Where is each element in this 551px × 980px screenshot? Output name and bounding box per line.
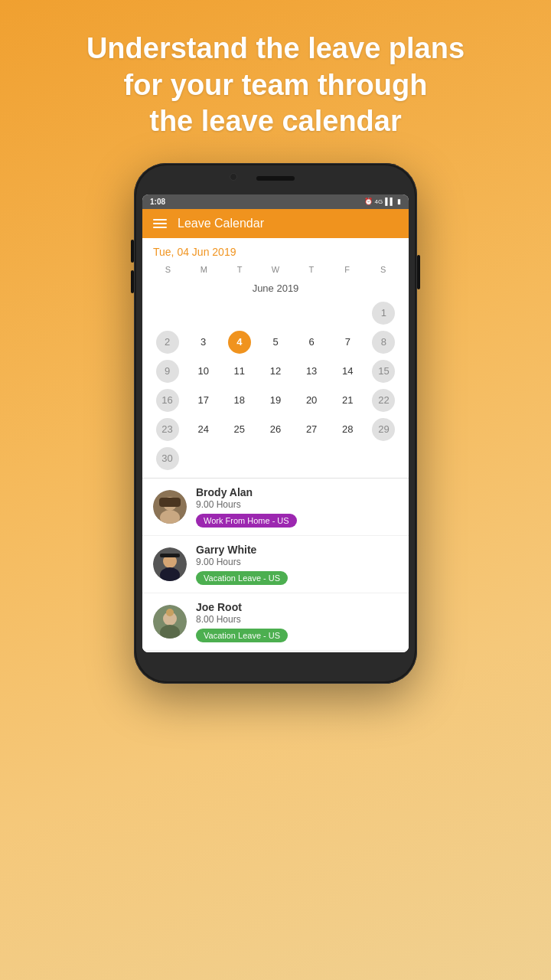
day-header: W: [258, 263, 294, 276]
signal-4g: 4G: [375, 198, 383, 205]
calendar-day[interactable]: 13: [295, 358, 329, 384]
vol-up-button: [131, 240, 134, 263]
calendar-week: 16171819202122: [150, 387, 401, 413]
hamburger-line1: [153, 219, 167, 220]
phone-mockup: 1:08 ⏰ 4G ▌▌ ▮ Leave Calendar T: [134, 163, 417, 684]
hamburger-menu[interactable]: [153, 219, 167, 228]
leave-info: Joe Root8.00 HoursVacation Leave - US: [196, 601, 398, 642]
calendar-day[interactable]: 12: [258, 358, 292, 384]
calendar-day[interactable]: 4: [228, 331, 251, 354]
calendar-day[interactable]: 5: [258, 329, 292, 355]
leave-item[interactable]: Brody Alan9.00 HoursWork From Home - US: [142, 479, 409, 536]
svg-point-11: [166, 609, 174, 616]
calendar-day: [258, 300, 292, 326]
battery-icon: ▮: [397, 198, 401, 205]
calendar-day: [222, 300, 256, 326]
signal-bars: ▌▌: [385, 198, 395, 205]
headline-text: Understand the leave plans for your team…: [41, 0, 510, 163]
calendar-weeks: 1234567891011121314151617181920212223242…: [150, 300, 401, 472]
calendar-day: [186, 300, 220, 326]
headline-line1: Understand the leave plans: [86, 32, 465, 64]
status-time: 1:08: [150, 198, 165, 206]
phone-body: 1:08 ⏰ 4G ▌▌ ▮ Leave Calendar T: [136, 165, 415, 681]
calendar-day: [331, 446, 365, 472]
headline-line3: the leave calendar: [149, 105, 402, 137]
phone-screen: 1:08 ⏰ 4G ▌▌ ▮ Leave Calendar T: [142, 194, 409, 652]
calendar-day[interactable]: 28: [331, 416, 365, 443]
day-header: T: [222, 263, 258, 276]
power-button: [417, 255, 420, 289]
leave-item[interactable]: Garry White9.00 HoursVacation Leave - US: [142, 536, 409, 593]
avatar: [153, 605, 187, 639]
leave-hours: 8.00 Hours: [196, 614, 398, 625]
app-bar-title: Leave Calendar: [178, 217, 264, 230]
day-headers: SMTWTFS: [150, 263, 401, 276]
day-header: S: [365, 263, 401, 276]
calendar-day[interactable]: 8: [372, 331, 395, 354]
calendar-day[interactable]: 9: [156, 360, 179, 383]
calendar-day[interactable]: 6: [295, 329, 329, 355]
calendar-day[interactable]: 22: [372, 389, 395, 412]
day-header: M: [186, 263, 222, 276]
calendar-grid: SMTWTFS June 2019 1234567891011121314151…: [142, 263, 409, 478]
calendar-day[interactable]: 2: [156, 331, 179, 354]
calendar-day[interactable]: 29: [372, 418, 395, 441]
calendar-week: 1: [150, 300, 401, 326]
calendar-day[interactable]: 14: [331, 358, 365, 384]
leave-hours: 9.00 Hours: [196, 557, 398, 567]
avatar: [153, 490, 187, 524]
month-label: June 2019: [150, 279, 401, 300]
calendar-day: [150, 300, 184, 326]
phone-camera: [230, 173, 237, 181]
leave-name: Brody Alan: [196, 486, 398, 498]
leave-type-badge: Vacation Leave - US: [196, 571, 288, 585]
hamburger-line2: [153, 223, 167, 224]
calendar-week: 30: [150, 446, 401, 472]
leave-info: Garry White9.00 HoursVacation Leave - US: [196, 544, 398, 585]
calendar-container[interactable]: Tue, 04 Jun 2019 SMTWTFS June 2019 12345…: [142, 238, 409, 652]
calendar-day[interactable]: 10: [186, 358, 220, 384]
day-header: F: [329, 263, 365, 276]
calendar-day: [295, 446, 329, 472]
hamburger-line3: [153, 227, 167, 228]
phone-speaker: [256, 176, 295, 181]
calendar-day[interactable]: 21: [331, 387, 365, 413]
calendar-day[interactable]: 7: [331, 329, 365, 355]
leave-item[interactable]: Joe Root8.00 HoursVacation Leave - US: [142, 593, 409, 651]
headline-line2: for your team through: [124, 69, 428, 101]
calendar-day[interactable]: 27: [295, 416, 329, 443]
calendar-day[interactable]: 23: [156, 418, 179, 441]
calendar-day[interactable]: 3: [186, 329, 220, 355]
vol-down-button: [131, 270, 134, 293]
calendar-day: [295, 300, 329, 326]
calendar-day[interactable]: 24: [186, 416, 220, 443]
calendar-week: 9101112131415: [150, 358, 401, 384]
selected-date: Tue, 04 Jun 2019: [142, 238, 409, 263]
app-bar: Leave Calendar: [142, 209, 409, 238]
avatar: [153, 547, 187, 581]
calendar-day[interactable]: 26: [258, 416, 292, 443]
calendar-day[interactable]: 25: [222, 416, 256, 443]
calendar-day[interactable]: 19: [258, 387, 292, 413]
day-header: S: [150, 263, 186, 276]
calendar-day[interactable]: 18: [222, 387, 256, 413]
day-header: T: [293, 263, 329, 276]
status-icons: ⏰ 4G ▌▌ ▮: [364, 198, 401, 205]
calendar-day[interactable]: 11: [222, 358, 256, 384]
calendar-day[interactable]: 15: [372, 360, 395, 383]
calendar-day[interactable]: 20: [295, 387, 329, 413]
leave-list: Brody Alan9.00 HoursWork From Home - US …: [142, 478, 409, 651]
leave-name: Joe Root: [196, 601, 398, 613]
calendar-day[interactable]: 16: [156, 389, 179, 412]
calendar-day[interactable]: 17: [186, 387, 220, 413]
calendar-week: 23242526272829: [150, 416, 401, 443]
calendar-day[interactable]: 1: [372, 302, 395, 325]
svg-rect-3: [159, 498, 181, 507]
calendar-day: [258, 446, 292, 472]
leave-type-badge: Work From Home - US: [196, 514, 297, 528]
calendar-day: [367, 446, 401, 472]
leave-type-badge: Vacation Leave - US: [196, 629, 288, 642]
status-bar: 1:08 ⏰ 4G ▌▌ ▮: [142, 194, 409, 209]
leave-name: Garry White: [196, 544, 398, 556]
calendar-day[interactable]: 30: [156, 447, 179, 470]
